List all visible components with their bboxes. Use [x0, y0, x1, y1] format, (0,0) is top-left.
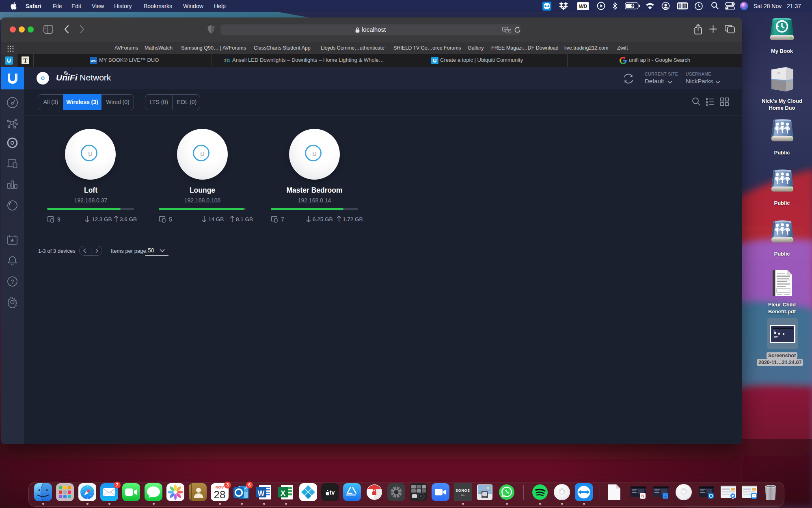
svg-text:17: 17 — [641, 496, 644, 499]
svg-text:X: X — [281, 489, 285, 497]
svg-text:W: W — [258, 489, 265, 497]
svg-text:tv: tv — [330, 489, 335, 496]
svg-text:G: G — [227, 59, 230, 63]
svg-text:SONOS: SONOS — [456, 488, 470, 493]
svg-text:28: 28 — [214, 488, 226, 501]
svg-text:WD: WD — [91, 59, 97, 63]
svg-text:WD: WD — [579, 4, 587, 9]
svg-text:文: 文 — [507, 29, 510, 33]
svg-text:2: 2 — [224, 59, 227, 63]
svg-text:T: T — [23, 57, 27, 64]
svg-text:S1: S1 — [461, 493, 465, 496]
